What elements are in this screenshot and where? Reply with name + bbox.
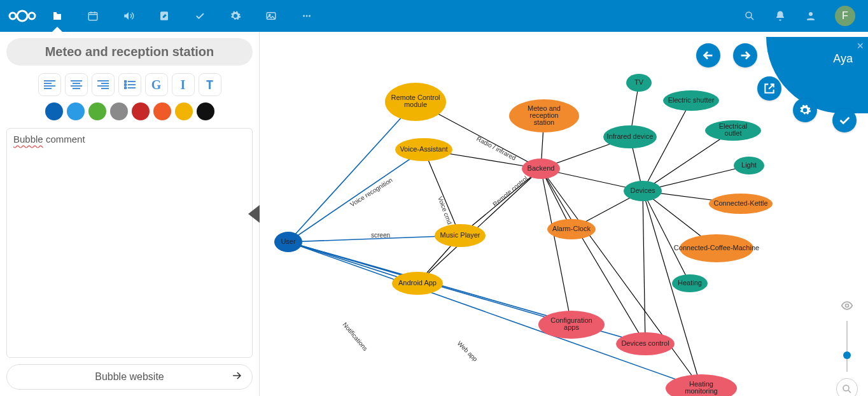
color-swatch-3[interactable]: [110, 103, 128, 120]
svg-point-20: [395, 138, 452, 161]
right-rail: [836, 299, 858, 396]
svg-point-41: [666, 374, 737, 396]
svg-point-15: [274, 232, 302, 252]
node-config[interactable]: Configurationapps: [538, 311, 605, 339]
color-swatch-7[interactable]: [197, 103, 214, 120]
color-swatch-6[interactable]: [175, 103, 193, 120]
sound-icon[interactable]: [122, 10, 135, 22]
svg-point-9: [309, 15, 311, 17]
close-icon[interactable]: ✕: [857, 41, 864, 51]
color-swatch-1[interactable]: [67, 103, 85, 120]
format-toolbar: G I T: [6, 73, 253, 96]
svg-point-36: [538, 311, 605, 339]
contacts-icon[interactable]: [804, 10, 817, 22]
list-icon[interactable]: [118, 73, 141, 96]
visibility-icon[interactable]: [841, 299, 853, 315]
edge-devices-devctrl: [643, 191, 645, 344]
confirm-button[interactable]: [832, 108, 857, 132]
node-heatmon[interactable]: Heatingmonitoring: [666, 374, 737, 396]
settings-button[interactable]: [793, 98, 817, 122]
collapse-handle-icon[interactable]: [248, 205, 260, 223]
svg-point-11: [809, 12, 813, 16]
node-music[interactable]: Music Player: [435, 224, 486, 247]
svg-point-34: [547, 219, 596, 239]
align-right-icon[interactable]: [92, 73, 115, 96]
align-center-icon[interactable]: [65, 73, 88, 96]
node-backend[interactable]: Backend: [522, 159, 560, 179]
svg-point-14: [124, 87, 126, 89]
tasks-icon[interactable]: [193, 10, 206, 22]
svg-point-1: [17, 11, 27, 21]
node-kettle[interactable]: Connected-Kettle: [709, 194, 773, 214]
font-i-button[interactable]: I: [172, 73, 195, 96]
website-button[interactable]: Bubble website: [6, 364, 253, 390]
edge-android-backend: [417, 169, 541, 283]
node-heating[interactable]: Heating: [672, 274, 708, 292]
svg-point-53: [734, 157, 764, 174]
node-remote[interactable]: Remote Controlmodule: [385, 83, 446, 121]
zoom-slider[interactable]: [846, 321, 848, 372]
edge-label-user-music: screen: [371, 232, 390, 239]
edge-user-remote: [288, 102, 416, 242]
svg-point-59: [672, 274, 708, 292]
node-title[interactable]: Meteo and reception station: [6, 38, 253, 66]
color-swatch-4[interactable]: [132, 103, 150, 120]
svg-point-32: [624, 181, 662, 201]
graph-canvas[interactable]: Voice recognitionscreenNotificationsWeb …: [260, 32, 868, 396]
node-devices[interactable]: Devices: [624, 181, 662, 201]
node-meteo[interactable]: Meteo andreceptionstation: [509, 99, 579, 132]
comment-input[interactable]: Bubble comment: [6, 128, 253, 358]
svg-point-17: [385, 83, 446, 121]
svg-point-26: [509, 99, 579, 132]
avatar[interactable]: F: [835, 6, 855, 26]
node-light[interactable]: Light: [734, 157, 764, 174]
share-button[interactable]: [757, 76, 781, 101]
color-swatch-0[interactable]: [45, 103, 63, 120]
align-left-icon[interactable]: [38, 73, 61, 96]
edge-label-music-backend: Remote control: [491, 175, 529, 208]
zoom-slider-thumb[interactable]: [843, 351, 851, 359]
node-tv[interactable]: TV: [626, 74, 652, 92]
graph-search-button[interactable]: [836, 378, 858, 396]
svg-point-10: [746, 12, 752, 18]
notes-icon[interactable]: [158, 10, 171, 22]
node-android[interactable]: Android App: [392, 272, 443, 295]
node-coffee[interactable]: Connected-Coffee-Machine: [674, 234, 759, 262]
settings-icon[interactable]: [229, 10, 242, 22]
comment-word: Bubble: [13, 134, 43, 145]
svg-point-46: [603, 125, 657, 148]
nav-back-button[interactable]: [696, 43, 720, 67]
svg-point-62: [843, 385, 849, 391]
calendar-icon[interactable]: [87, 10, 99, 22]
svg-point-22: [435, 224, 486, 247]
color-swatch-5[interactable]: [153, 103, 171, 120]
font-g-button[interactable]: G: [145, 73, 168, 96]
search-icon[interactable]: [743, 10, 756, 22]
svg-point-13: [124, 84, 126, 86]
logo[interactable]: [6, 8, 38, 24]
node-alarm[interactable]: Alarm-Clock: [547, 219, 596, 239]
edge-label-voice-music: Voice cmd: [437, 195, 453, 225]
color-palette: [6, 103, 253, 120]
svg-point-39: [616, 332, 675, 355]
node-infrared[interactable]: Infrared device: [603, 125, 657, 148]
nav-forward-button[interactable]: [733, 43, 757, 67]
files-icon[interactable]: [51, 10, 64, 22]
bell-icon[interactable]: [774, 10, 787, 22]
node-devctrl[interactable]: Devices control: [616, 332, 675, 355]
nav-icons: [51, 10, 313, 22]
svg-point-44: [626, 74, 652, 92]
node-user[interactable]: User: [274, 232, 302, 252]
node-voice[interactable]: Voice-Assistant: [395, 138, 452, 161]
main: Meteo and reception station G I T Bubble…: [0, 32, 868, 396]
color-swatch-2[interactable]: [88, 103, 106, 120]
comment-rest: comment: [43, 134, 85, 145]
svg-rect-3: [88, 13, 97, 20]
font-t-button[interactable]: T: [199, 73, 221, 96]
more-icon[interactable]: [300, 10, 313, 22]
edge-voice-music: [424, 150, 460, 236]
sidebar: Meteo and reception station G I T Bubble…: [0, 32, 260, 396]
float-controls: ✕ Aya: [703, 37, 868, 145]
gallery-icon[interactable]: [265, 10, 277, 22]
top-bar: F: [0, 0, 868, 32]
